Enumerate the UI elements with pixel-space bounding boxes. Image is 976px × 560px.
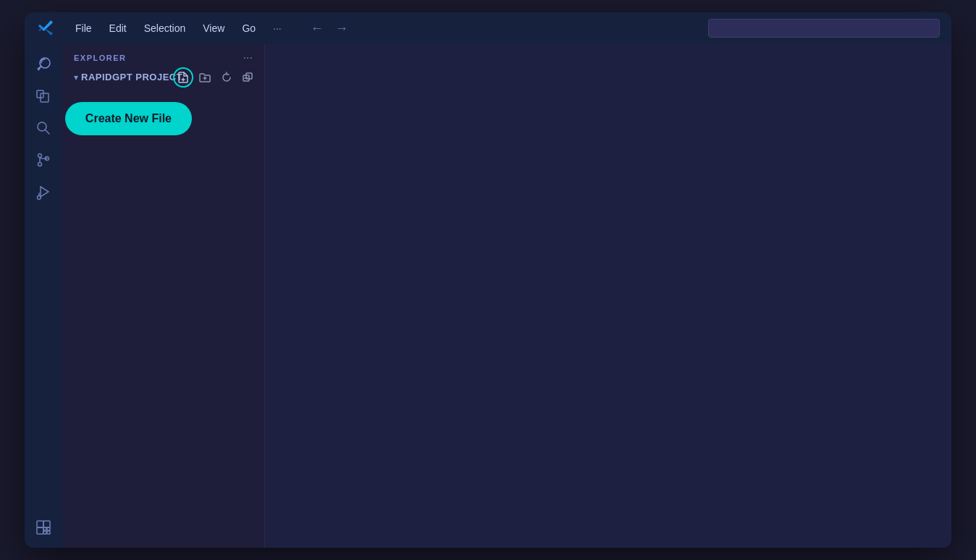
svg-rect-15 (47, 527, 50, 530)
svg-rect-11 (37, 527, 43, 534)
activity-search[interactable] (29, 114, 58, 143)
project-name-label: RAPIDGPT PROJECT (81, 72, 182, 82)
refresh-button[interactable] (216, 67, 237, 88)
nav-back-button[interactable]: ← (306, 20, 328, 38)
activity-source-control[interactable] (29, 145, 58, 174)
svg-point-9 (38, 196, 41, 200)
menu-go[interactable]: Go (235, 20, 263, 37)
project-row[interactable]: ▾ RAPIDGPT PROJECT Create New File (62, 69, 264, 85)
project-toolbar: Create New File (173, 67, 258, 88)
sidebar-more-button[interactable]: ··· (243, 51, 253, 64)
svg-rect-14 (43, 527, 46, 530)
new-file-button[interactable]: Create New File (173, 67, 193, 88)
menu-selection[interactable]: Selection (137, 20, 193, 37)
nav-forward-button[interactable]: → (331, 20, 353, 38)
activity-rapidgpt[interactable] (29, 50, 58, 79)
new-folder-icon (199, 72, 211, 83)
sidebar-title: EXPLORER (74, 54, 127, 62)
create-new-file-tooltip: Create New File (65, 102, 192, 135)
new-folder-button[interactable] (195, 67, 215, 88)
menu-more-button[interactable]: ··· (266, 20, 289, 37)
svg-rect-13 (37, 521, 43, 527)
activity-extensions[interactable] (29, 513, 58, 542)
collapse-icon (243, 72, 254, 83)
new-file-icon (177, 72, 189, 83)
menu-view[interactable]: View (195, 20, 232, 37)
sidebar-header: EXPLORER ··· (62, 44, 264, 69)
nav-arrows: ← → (306, 20, 353, 38)
titlebar: File Edit Selection View Go ··· ← → (25, 12, 951, 44)
sidebar: EXPLORER ··· ▾ RAPIDGPT PROJECT (62, 44, 265, 548)
svg-rect-12 (43, 521, 50, 527)
vscode-window: File Edit Selection View Go ··· ← → (25, 12, 951, 548)
refresh-icon (221, 72, 232, 83)
search-bar[interactable] (708, 19, 940, 38)
editor-area[interactable] (265, 44, 951, 548)
menu-edit[interactable]: Edit (102, 20, 134, 37)
project-chevron-icon: ▾ (74, 72, 78, 82)
vscode-logo-icon (36, 18, 56, 38)
menu-file[interactable]: File (68, 20, 99, 37)
activity-explorer[interactable] (29, 82, 58, 111)
svg-rect-17 (47, 531, 50, 534)
menu-bar: File Edit Selection View Go ··· (68, 20, 289, 37)
main-area: EXPLORER ··· ▾ RAPIDGPT PROJECT (25, 44, 951, 548)
svg-marker-8 (41, 187, 49, 197)
collapse-button[interactable] (238, 67, 258, 88)
svg-line-4 (46, 130, 50, 135)
activity-run-debug[interactable] (29, 177, 58, 206)
svg-rect-16 (43, 531, 46, 534)
activity-bar (25, 44, 62, 548)
